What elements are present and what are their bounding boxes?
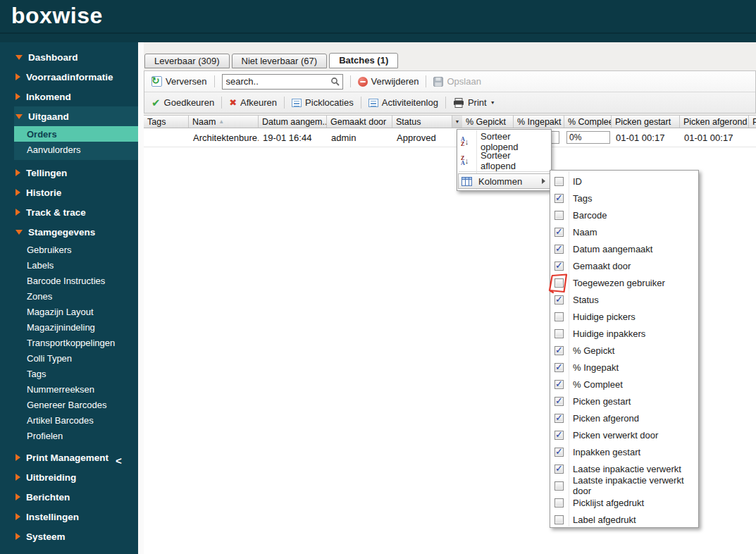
checkbox[interactable]: ✓ bbox=[554, 312, 564, 321]
sidebar-item-systeem[interactable]: Systeem bbox=[0, 527, 138, 546]
column-option-status[interactable]: ✓Status bbox=[550, 291, 698, 308]
checkbox[interactable]: ✓ bbox=[554, 245, 564, 254]
column-option-laatste-inpakactie-verwerkt-door[interactable]: ✓Laatste inpakactie verwerkt door bbox=[550, 477, 698, 494]
menu-item-sort-descending[interactable]: ZA↓ Sorteer aflopend bbox=[458, 151, 550, 170]
sidebar-item-print-management[interactable]: Print Management< bbox=[0, 448, 138, 467]
checkbox[interactable]: ✓ bbox=[554, 414, 564, 423]
sidebar-item-genereer-barcodes[interactable]: Genereer Barcodes bbox=[0, 397, 138, 412]
sidebar-item-barcode-instructies[interactable]: Barcode Instructies bbox=[0, 273, 138, 288]
column-option-barcode[interactable]: ✓Barcode bbox=[550, 207, 698, 223]
column-option-compleet[interactable]: ✓% Compleet bbox=[550, 376, 698, 393]
column-header-gemaakt-door[interactable]: Gemaakt door bbox=[327, 116, 392, 128]
checkbox[interactable]: ✓ bbox=[554, 329, 564, 338]
sidebar-item-nummerreeksen[interactable]: Nummerreeksen bbox=[0, 381, 138, 397]
checkbox[interactable]: ✓ bbox=[554, 515, 564, 524]
sidebar-item-magazijnindeling[interactable]: Magazijnindeling bbox=[0, 319, 138, 335]
column-menu-trigger[interactable]: ▼ bbox=[452, 116, 462, 128]
sidebar-item-profielen[interactable]: Profielen bbox=[0, 428, 138, 443]
checkbox[interactable]: ✓ bbox=[554, 295, 564, 304]
column-header-gepickt[interactable]: % Gepickt bbox=[462, 116, 514, 128]
tab-niet-leverbaar[interactable]: Niet leverbaar (67) bbox=[232, 54, 328, 68]
column-header-datum[interactable]: Datum aangem... bbox=[259, 116, 327, 128]
refresh-button[interactable]: ↻Verversen bbox=[151, 76, 207, 87]
checkbox[interactable]: ✓ bbox=[554, 346, 564, 355]
checkbox[interactable]: ✓ bbox=[554, 363, 564, 372]
sidebar-item-berichten[interactable]: Berichten bbox=[0, 487, 138, 507]
column-option-naam[interactable]: ✓Naam bbox=[550, 223, 698, 240]
menu-item-sort-ascending[interactable]: AZ↓ Sorteer oplopend bbox=[458, 132, 550, 151]
sidebar-item-track-trace[interactable]: Track & trace bbox=[0, 202, 138, 222]
column-option-id[interactable]: ✓ID bbox=[550, 173, 698, 190]
sidebar-item-gebruikers[interactable]: Gebruikers bbox=[0, 242, 138, 257]
column-option-inpakken-gestart[interactable]: ✓Inpakken gestart bbox=[550, 443, 698, 460]
checkbox[interactable]: ✓ bbox=[554, 397, 564, 406]
checkbox[interactable]: ✓ bbox=[554, 194, 564, 203]
column-option-huidige-inpakkers[interactable]: ✓Huidige inpakkers bbox=[550, 325, 698, 342]
sidebar-item-uitbreiding[interactable]: Uitbreiding bbox=[0, 467, 138, 487]
sidebar-item-zones[interactable]: Zones bbox=[0, 288, 138, 304]
sidebar-item-uitgaand[interactable]: Uitgaand bbox=[14, 106, 138, 126]
save-button[interactable]: Opslaan bbox=[433, 76, 481, 87]
checkbox[interactable]: ✓ bbox=[554, 498, 564, 507]
column-header-picken-verwerkt[interactable]: Picken verwerkt door bbox=[749, 116, 756, 128]
search-icon[interactable] bbox=[328, 77, 342, 86]
checkbox[interactable]: ✓ bbox=[554, 261, 564, 271]
column-option-gepickt[interactable]: ✓% Gepickt bbox=[550, 342, 698, 359]
column-option-tags[interactable]: ✓Tags bbox=[550, 190, 698, 207]
picklocaties-button[interactable]: Picklocaties bbox=[292, 97, 354, 108]
checkbox[interactable]: ✓ bbox=[554, 278, 564, 288]
sidebar-item-tags[interactable]: Tags bbox=[0, 366, 138, 381]
column-header-naam[interactable]: Naam▲ bbox=[189, 116, 259, 128]
column-header-picken-afgerond[interactable]: Picken afgerond bbox=[680, 116, 749, 128]
column-option-picken-verwerkt-door[interactable]: ✓Picken verwerkt door bbox=[550, 426, 698, 443]
column-option-picken-afgerond[interactable]: ✓Picken afgerond bbox=[550, 410, 698, 426]
checkbox[interactable]: ✓ bbox=[554, 481, 564, 491]
column-header-compleet[interactable]: % Compleet bbox=[564, 116, 612, 128]
column-header-status[interactable]: Status bbox=[392, 116, 452, 128]
sidebar-item-colli-typen[interactable]: Colli Typen bbox=[0, 350, 138, 366]
sidebar-item-stamgegevens[interactable]: Stamgegevens bbox=[0, 222, 138, 242]
checkbox[interactable]: ✓ bbox=[554, 464, 564, 474]
table-header: Tags Naam▲ Datum aangem... Gemaakt door … bbox=[144, 115, 756, 128]
column-option-toegewezen-gebruiker[interactable]: ✓Toegewezen gebruiker bbox=[550, 274, 698, 291]
sidebar-item-artikel-barcodes[interactable]: Artikel Barcodes bbox=[0, 412, 138, 428]
sidebar-item-instellingen[interactable]: Instellingen bbox=[0, 507, 138, 527]
column-header-ingepakt[interactable]: % Ingepakt bbox=[514, 116, 564, 128]
column-option-huidige-pickers[interactable]: ✓Huidige pickers bbox=[550, 308, 698, 325]
column-option-gemaakt-door[interactable]: ✓Gemaakt door bbox=[550, 257, 698, 274]
table-row[interactable]: Architektenbure... 19-01 16:44 admin App… bbox=[144, 128, 756, 147]
checkbox[interactable]: ✓ bbox=[554, 211, 564, 220]
delete-button[interactable]: Verwijderen bbox=[358, 76, 419, 87]
checkbox[interactable]: ✓ bbox=[554, 380, 564, 389]
checkbox[interactable]: ✓ bbox=[554, 177, 564, 186]
column-option-picklijst-afgedrukt[interactable]: ✓Picklijst afgedrukt bbox=[550, 494, 698, 511]
sidebar-item-aanvulorders[interactable]: Aanvulorders bbox=[14, 142, 138, 157]
column-option-datum-aangemaakt[interactable]: ✓Datum aangemaakt bbox=[550, 240, 698, 257]
sidebar-item-labels[interactable]: Labels bbox=[0, 257, 138, 273]
column-header-picken-gestart[interactable]: Picken gestart bbox=[612, 116, 680, 128]
tab-batches[interactable]: Batches (1) bbox=[329, 53, 398, 68]
checkbox[interactable]: ✓ bbox=[554, 448, 564, 457]
checkbox[interactable]: ✓ bbox=[554, 228, 564, 237]
activity-log-button[interactable]: Activiteitenlog bbox=[368, 97, 438, 108]
sidebar-collapse-chevron-icon[interactable]: < bbox=[116, 455, 122, 467]
column-option-picken-gestart[interactable]: ✓Picken gestart bbox=[550, 393, 698, 410]
sidebar-item-magazijn-layout[interactable]: Magazijn Layout bbox=[0, 304, 138, 319]
sidebar-item-orders[interactable]: Orders bbox=[14, 126, 138, 142]
menu-item-kolommen[interactable]: Kolommen bbox=[458, 173, 550, 189]
sidebar-item-dashboard[interactable]: Dashboard bbox=[0, 47, 138, 67]
sidebar-item-historie[interactable]: Historie bbox=[0, 183, 138, 202]
tab-leverbaar[interactable]: Leverbaar (309) bbox=[144, 54, 230, 68]
sidebar-item-voorraadinformatie[interactable]: Voorraadinformatie bbox=[0, 67, 138, 87]
checkbox[interactable]: ✓ bbox=[554, 431, 564, 440]
sidebar-item-tellingen[interactable]: Tellingen bbox=[0, 163, 138, 183]
column-option-label-afgedrukt[interactable]: ✓Label afgedrukt bbox=[550, 511, 698, 528]
sidebar-item-inkomend[interactable]: Inkomend bbox=[0, 87, 138, 106]
search-input[interactable] bbox=[223, 76, 328, 87]
sidebar-item-transportkoppelingen[interactable]: Transportkoppelingen bbox=[0, 335, 138, 350]
approve-button[interactable]: ✔Goedkeuren bbox=[151, 97, 214, 108]
column-header-tags[interactable]: Tags bbox=[144, 116, 189, 128]
column-option-ingepakt[interactable]: ✓% Ingepakt bbox=[550, 359, 698, 376]
reject-button[interactable]: ✖Afkeuren bbox=[229, 97, 277, 108]
print-button[interactable]: Print▼ bbox=[453, 97, 495, 108]
